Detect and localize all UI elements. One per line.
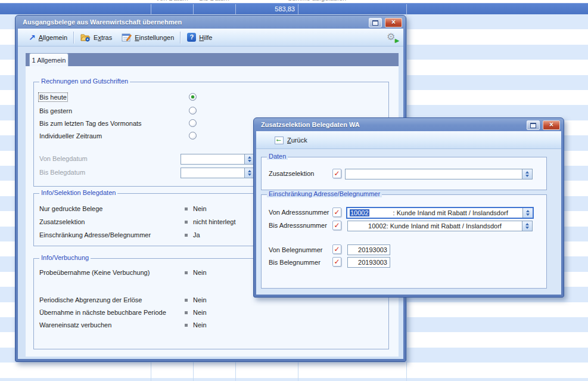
von-belegdatum-field[interactable] <box>181 154 255 165</box>
cell-separator <box>298 4 298 14</box>
red-check-icon: ✓ <box>334 221 340 230</box>
radio-label-zeitraum[interactable]: Individueller Zeitraum <box>39 132 102 140</box>
label-zusatzselektion: Zusatzselektion <box>269 170 314 177</box>
group-caption: Daten <box>267 153 288 160</box>
group-caption: Einschränkung Adresse/Belegnummer <box>267 190 382 197</box>
toolbar-item-allgemein[interactable]: ↗ Allgemein <box>24 30 72 45</box>
label-von-belegnummer: Von Belegnummer <box>269 246 323 253</box>
back-icon: ← <box>274 135 284 144</box>
allgemein-arrow-icon: ↗ <box>29 33 36 42</box>
restore-button[interactable] <box>369 18 382 27</box>
bis-adressnummer-value: 10002: Kunde Inland mit Rabatt / Insland… <box>348 221 522 231</box>
info-value: nicht hinterlegt <box>193 218 236 225</box>
column-header: Bis Datum <box>193 0 235 2</box>
red-check-icon: ✓ <box>334 245 340 253</box>
von-adressnummer-field[interactable]: 10002: Kunde Inland mit Rabatt / Insland… <box>346 207 534 219</box>
column-header: Von Datum <box>151 0 193 2</box>
sub-dialog-titlebar[interactable]: Zusatzselektion Belegdaten WA <box>254 118 564 131</box>
group-caption: Rechnungen und Gutschriften <box>39 78 130 85</box>
check-button[interactable]: ✓ <box>332 257 341 267</box>
toolbar-allgemein-label: Allgemein <box>39 34 67 41</box>
sub-dialog-title: Zusatzselektion Belegdaten WA <box>261 121 360 128</box>
toolbar-extras-label: Extras <box>94 34 112 41</box>
bullet-icon <box>185 234 188 237</box>
restore-icon <box>372 20 378 26</box>
spin-down-icon <box>248 174 251 176</box>
toolbar-item-zurueck[interactable]: ← Zurück <box>269 133 312 147</box>
group-caption: Info/Verbuchung <box>39 254 91 261</box>
spin-down-icon <box>525 227 529 229</box>
check-button[interactable]: ✓ <box>332 221 341 230</box>
bis-belegdatum-field[interactable] <box>181 168 255 178</box>
info-label: Probeübernahme (Keine Verbuchung) <box>39 269 150 276</box>
toolbar-separator <box>180 32 181 44</box>
info-label: Zusatzselektion <box>39 218 85 225</box>
radio-zeitraum[interactable] <box>189 132 197 140</box>
bullet-icon <box>185 324 188 327</box>
rest-text: : Kunde Inland mit Rabatt / Inslandsdorf <box>369 209 508 216</box>
info-value: Nein <box>193 296 207 303</box>
radio-label-bis-gestern[interactable]: Bis gestern <box>39 107 72 114</box>
spin-down-icon <box>525 175 529 177</box>
check-button[interactable]: ✓ <box>332 169 341 178</box>
spin-down-icon <box>526 213 530 216</box>
toolbar-separator <box>73 32 74 44</box>
tab-allgemein[interactable]: 1 Allgemein <box>29 53 69 66</box>
spin-up-icon <box>526 210 530 212</box>
toolbar-item-einstellungen[interactable]: Einstellungen <box>117 30 179 45</box>
close-button[interactable]: × <box>543 120 560 130</box>
zusatzselektion-spinner[interactable] <box>522 169 532 179</box>
red-check-icon: ✓ <box>334 258 340 266</box>
zusatzselektion-field[interactable] <box>345 169 533 179</box>
info-value: Nein <box>193 269 207 276</box>
info-value: Nein <box>193 205 207 212</box>
label-bis-belegnummer: Bis Belegnummer <box>269 259 321 266</box>
radio-label-bis-heute[interactable]: Bis heute <box>39 94 67 101</box>
von-adressnummer-spinner[interactable] <box>522 208 533 218</box>
spin-up-icon <box>525 171 529 174</box>
spin-up-icon <box>248 156 251 159</box>
info-value: Nein <box>193 321 207 329</box>
toolbar-item-hilfe[interactable]: ? Hilfe <box>182 30 217 45</box>
bis-adressnummer-field[interactable]: 10002: Kunde Inland mit Rabatt / Insland… <box>347 221 533 231</box>
check-button[interactable]: ✓ <box>332 207 341 217</box>
red-check-icon: ✓ <box>334 208 340 216</box>
group-caption: Info/Selektion Belegdaten <box>39 189 117 196</box>
von-adressnummer-value: 10002: Kunde Inland mit Rabatt / Insland… <box>347 208 522 218</box>
info-label: Nur gedruckte Belege <box>39 205 102 212</box>
info-label: Übernahme in nächste bebuchbare Periode <box>39 309 166 316</box>
label-von-belegdatum: Von Belegdatum <box>39 155 88 162</box>
bis-adressnummer-spinner[interactable] <box>522 221 532 231</box>
restore-button[interactable] <box>527 120 540 130</box>
cell-separator <box>151 4 151 14</box>
bullet-icon <box>185 221 188 224</box>
label-bis-adressnummer: Bis Adresssnummer <box>269 222 327 229</box>
tab-strip <box>26 53 399 66</box>
settings-form-icon <box>122 33 132 42</box>
sub-dialog-client: ← Zurück Daten Zusatzselektion ✓ Einschr… <box>256 131 561 295</box>
info-label: Periodische Abgrenzung der Erlöse <box>39 296 142 303</box>
table-selected-row[interactable]: 583,83 <box>0 3 588 14</box>
gear-icon: ⚙ <box>387 31 395 42</box>
toolbar-zurueck-label: Zurück <box>287 137 307 144</box>
spin-up-icon <box>248 170 251 172</box>
toolbar-hilfe-label: Hilfe <box>199 34 212 41</box>
von-belegnummer-field[interactable]: 20193003 <box>347 244 390 255</box>
main-dialog-title: Ausgangsbelege aus Warenwirtschaft übern… <box>23 18 182 26</box>
toolbar-item-extras[interactable]: Extras <box>76 30 117 45</box>
bis-belegnummer-value: 20193003 <box>348 258 390 267</box>
sub-toolbar: ← Zurück <box>256 131 561 149</box>
close-button[interactable]: × <box>385 18 402 27</box>
info-label: Einschränkung Adresse/Belegnummer <box>39 231 151 238</box>
zusatzselektion-value <box>346 169 522 179</box>
main-dialog-titlebar[interactable]: Ausgangsbelege aus Warenwirtschaft übern… <box>15 16 406 29</box>
radio-label-vormonat[interactable]: Bis zum letzten Tag des Vormonats <box>39 120 142 127</box>
radio-bis-heute[interactable] <box>189 93 197 101</box>
radio-vormonat[interactable] <box>189 119 197 127</box>
bis-belegnummer-field[interactable]: 20193003 <box>347 257 390 268</box>
play-icon: ▶ <box>395 38 399 44</box>
check-button[interactable]: ✓ <box>332 244 341 254</box>
info-value: Nein <box>193 309 207 316</box>
run-button[interactable]: ⚙ ▶ <box>387 32 399 43</box>
radio-bis-gestern[interactable] <box>189 107 197 114</box>
